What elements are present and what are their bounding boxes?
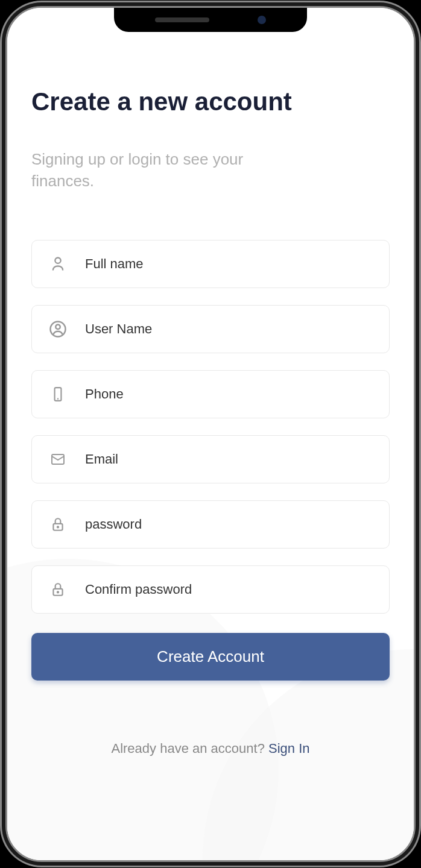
password-input[interactable] (85, 517, 372, 532)
fullname-input[interactable] (85, 256, 372, 272)
email-input[interactable] (85, 451, 372, 467)
phone-frame: Create a new account Signing up or login… (5, 6, 416, 862)
svg-point-9 (57, 592, 59, 593)
email-field-group[interactable] (31, 435, 390, 483)
username-input[interactable] (85, 321, 372, 337)
page-title: Create a new account (31, 86, 390, 118)
phone-camera (258, 16, 266, 24)
page-subtitle: Signing up or login to see your finances… (31, 148, 285, 192)
phone-notch (114, 8, 307, 32)
confirm-password-input[interactable] (85, 582, 372, 597)
svg-point-2 (55, 325, 60, 330)
phone-input[interactable] (85, 386, 372, 402)
lock-icon (49, 580, 67, 599)
create-account-button[interactable]: Create Account (31, 633, 390, 681)
phone-field-group[interactable] (31, 370, 390, 418)
username-field-group[interactable] (31, 305, 390, 353)
phone-speaker (155, 17, 209, 22)
phone-icon (49, 385, 67, 403)
app-screen: Create a new account Signing up or login… (7, 8, 414, 860)
footer: Already have an account? Sign In (31, 741, 390, 756)
lock-icon (49, 515, 67, 533)
confirm-password-field-group[interactable] (31, 565, 390, 614)
password-field-group[interactable] (31, 500, 390, 549)
svg-point-7 (57, 527, 59, 528)
svg-point-0 (55, 258, 60, 263)
person-icon (49, 255, 67, 273)
footer-prompt: Already have an account? (111, 741, 268, 756)
email-icon (49, 450, 67, 468)
sign-in-link[interactable]: Sign In (268, 741, 310, 756)
user-circle-icon (49, 320, 67, 338)
fullname-field-group[interactable] (31, 240, 390, 288)
